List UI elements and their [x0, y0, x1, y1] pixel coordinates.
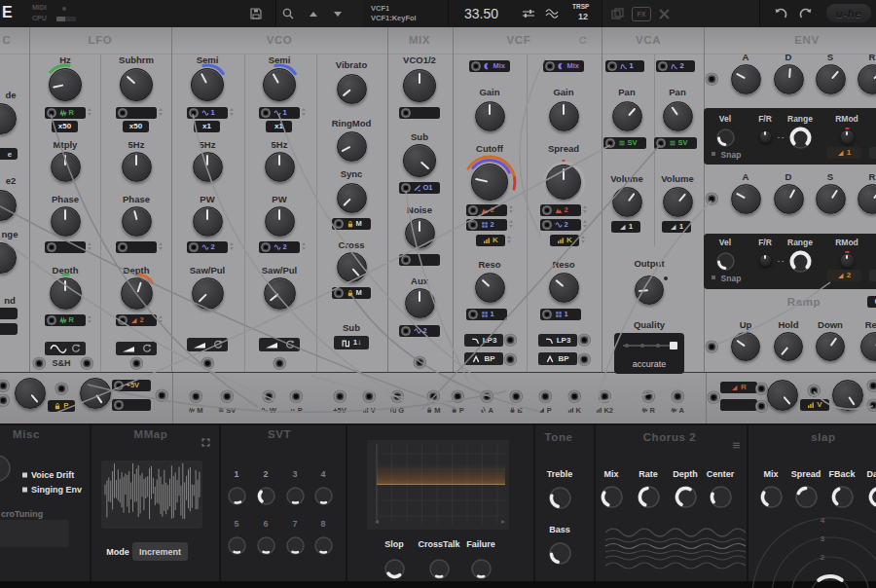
env1-d-knob[interactable]: [765, 55, 813, 103]
pb-5v-pill[interactable]: +5V: [112, 380, 151, 391]
env1-s-knob[interactable]: [807, 55, 855, 103]
env2-s-knob[interactable]: [807, 175, 855, 223]
ramp-value-badge[interactable]: 0: [867, 296, 876, 308]
svt-failure-knob[interactable]: [466, 554, 496, 584]
vco2-rate-knob[interactable]: [256, 143, 304, 191]
lfo1-waveform-button[interactable]: [45, 342, 86, 355]
jack-r-socket[interactable]: [646, 394, 651, 399]
lfo2-mode-pill[interactable]: [116, 107, 157, 119]
mmap-mode-button[interactable]: Increment: [132, 542, 188, 561]
jack-sv-socket[interactable]: [225, 394, 230, 399]
sub-octave-button[interactable]: 1↓: [334, 336, 369, 349]
vcf1-bp-button[interactable]: BP: [464, 352, 503, 365]
pb-knob-4[interactable]: [823, 371, 872, 420]
jack-a1-socket[interactable]: [485, 394, 490, 399]
lfo2-depth-pill-stepper[interactable]: [159, 315, 163, 323]
chorus-mix-knob[interactable]: [596, 481, 628, 513]
vco2-semi-knob[interactable]: [254, 59, 305, 110]
vco1-sawpul-knob[interactable]: [183, 269, 233, 318]
jack-p2-socket[interactable]: [456, 394, 460, 399]
vco1-waveform-button[interactable]: [187, 338, 228, 351]
vco1-pw-knob[interactable]: [184, 198, 232, 245]
vca2-env-pill[interactable]: 2: [656, 60, 695, 72]
vco1-wave-pill-stepper[interactable]: [230, 108, 234, 116]
vca1-sv-pill[interactable]: SV: [603, 137, 646, 149]
cross-mode-pill[interactable]: M: [332, 287, 371, 299]
mix-sub-pill[interactable]: O1: [399, 182, 440, 194]
sync-mode-pill[interactable]: M: [332, 218, 371, 230]
vca1-pan-knob[interactable]: [603, 92, 651, 140]
vca1-volume-knob[interactable]: [603, 178, 651, 226]
env1-socket[interactable]: [710, 77, 714, 82]
vcf2-spreadmod1-pill-stepper[interactable]: [583, 205, 587, 213]
env2-range-knob[interactable]: [785, 245, 817, 277]
vco2-pwm-pill-stepper[interactable]: [302, 242, 306, 250]
vco2-wave-pill-stepper[interactable]: [302, 108, 306, 116]
vco2-waveform-button[interactable]: [259, 338, 300, 351]
svt-knob-3[interactable]: [281, 482, 310, 510]
chorus-rate-knob[interactable]: [633, 481, 665, 513]
vcf1-cutoffmod2-pill-stepper[interactable]: [509, 220, 513, 228]
svt-knob-6[interactable]: [252, 532, 280, 560]
vcf2-spreadmod1-pill[interactable]: 2: [540, 204, 581, 216]
ringmod-knob[interactable]: [328, 123, 376, 170]
svt-knob-5[interactable]: [223, 532, 251, 560]
vcf2-lp3-socket[interactable]: [582, 338, 587, 343]
vco2-socket[interactable]: [277, 361, 282, 366]
vcf1-cutoffmod1-pill[interactable]: 2: [466, 204, 507, 216]
lfo1-mode-pill-stepper[interactable]: [88, 108, 91, 116]
vcf2-lp3-button[interactable]: LP3: [538, 334, 577, 347]
vcf1-keyfollow-badge-stepper[interactable]: [507, 236, 511, 243]
lfo1-phase-knob[interactable]: [42, 198, 90, 245]
cut-knob-2[interactable]: [0, 181, 25, 230]
pb-socket-l2[interactable]: [1, 398, 6, 403]
jack-v-socket[interactable]: [367, 394, 372, 399]
jack-m1-socket[interactable]: [194, 394, 199, 399]
jack-p1-socket[interactable]: [294, 394, 299, 399]
pb-p-badge[interactable]: P: [48, 400, 75, 412]
pb-r-badge[interactable]: R: [720, 382, 757, 393]
cross-knob[interactable]: [328, 243, 376, 291]
jack-w-socket[interactable]: [267, 394, 272, 399]
pb-socket-l4[interactable]: [160, 393, 164, 398]
mix-sub-knob[interactable]: [394, 135, 445, 186]
vcf-reset-icon[interactable]: [578, 36, 587, 45]
vca2-pan-knob[interactable]: [654, 92, 702, 140]
vcf1-resomod-pill[interactable]: 1: [466, 309, 507, 320]
jack-5v-socket[interactable]: [338, 394, 343, 399]
lfo2-socket[interactable]: [134, 361, 139, 366]
vcf1-cutoffmod2-pill[interactable]: 2: [466, 219, 507, 231]
vcf2-resomod-pill[interactable]: 1: [540, 309, 581, 320]
ramp-down-knob[interactable]: [807, 323, 854, 370]
vco2-mult-badge[interactable]: x1: [266, 121, 292, 132]
vcf2-gain-knob[interactable]: [540, 92, 588, 140]
quality-selector[interactable]: accurate: [614, 333, 684, 374]
svt-slop-knob[interactable]: [380, 554, 410, 584]
jack-m2-socket[interactable]: [431, 394, 436, 399]
vcf1-cutoff-knob[interactable]: [462, 155, 517, 209]
vcf2-spreadmod2-pill[interactable]: 2: [540, 219, 581, 231]
env1-a-knob[interactable]: [722, 55, 770, 103]
lfo2-rate-knob[interactable]: [113, 143, 161, 191]
lfo1-depth-pill-stepper[interactable]: [88, 315, 91, 323]
chorus-depth-knob[interactable]: [670, 481, 702, 513]
ramp-up-knob[interactable]: [722, 323, 769, 370]
svt-knob-7[interactable]: [281, 532, 310, 560]
vco2-sawpul-knob[interactable]: [255, 269, 305, 318]
vcf1-cutoffmod1-pill-stepper[interactable]: [509, 205, 513, 213]
ramp-rest-knob[interactable]: [852, 323, 876, 370]
jack-b-socket[interactable]: [514, 394, 519, 399]
jack-g-socket[interactable]: [395, 394, 400, 399]
jack-k-socket[interactable]: [572, 394, 577, 399]
lfo1-phase-pill[interactable]: [45, 241, 86, 253]
vcf1-mix-pill[interactable]: Mix: [469, 60, 510, 72]
vcf2-mix-pill[interactable]: Mix: [543, 60, 584, 72]
vibrato-knob[interactable]: [328, 65, 376, 113]
lfo2-depth-pill[interactable]: 2: [116, 314, 157, 326]
env1-rmod-badge[interactable]: 1: [826, 147, 861, 159]
microtuning-input[interactable]: [0, 520, 69, 547]
env1-edge-badge[interactable]: [869, 147, 876, 159]
ramp-socket[interactable]: [710, 345, 714, 349]
jack-p3-socket[interactable]: [543, 394, 548, 399]
lfo1-mult-badge[interactable]: x50: [52, 121, 78, 132]
